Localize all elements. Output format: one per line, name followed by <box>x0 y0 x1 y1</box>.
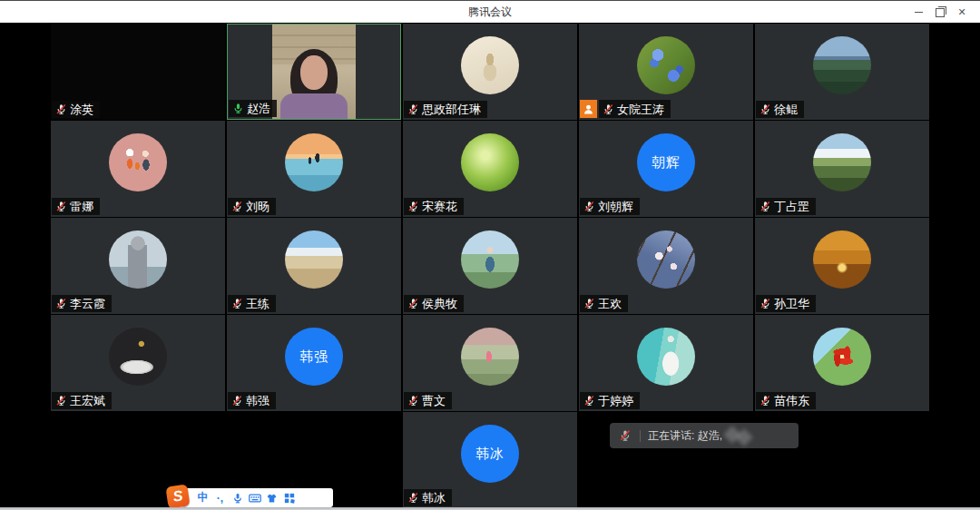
muted-mic-icon <box>619 429 632 442</box>
participant-tile[interactable]: 韩强 韩强 <box>227 315 401 411</box>
minimize-icon <box>915 12 923 13</box>
avatar <box>285 133 343 191</box>
participant-tile[interactable]: 徐鲲 <box>755 24 929 120</box>
avatar <box>637 230 695 289</box>
toolbox-icon[interactable] <box>280 488 298 507</box>
participant-label-row: 徐鲲 <box>756 101 804 118</box>
participant-label-row: 于婷婷 <box>580 392 640 409</box>
participant-name: 女院王涛 <box>617 103 664 116</box>
participant-name: 刘旸 <box>246 200 270 213</box>
skin-icon[interactable] <box>263 488 280 507</box>
participant-tile[interactable]: 赵浩 <box>227 24 401 120</box>
participant-label-row: 韩强 <box>228 392 276 409</box>
muted-mic-icon <box>407 298 419 309</box>
avatar <box>813 133 871 191</box>
participant-name: 宋赛花 <box>422 200 457 213</box>
restore-icon <box>936 8 945 17</box>
participant-tile[interactable]: 王宏斌 <box>51 315 225 411</box>
participant-tile[interactable]: 侯典牧 <box>403 218 577 314</box>
participant-label-row: 涂英 <box>52 101 100 118</box>
participant-tile[interactable]: 曹文 <box>403 315 577 411</box>
avatar: 韩冰 <box>461 425 519 483</box>
participant-name: 韩强 <box>246 394 270 407</box>
participant-tile[interactable]: 朝辉 刘朝辉 <box>579 121 753 217</box>
participant-tile[interactable]: 丁占罡 <box>755 121 929 217</box>
chinese-mode-icon[interactable]: 中 <box>194 488 211 507</box>
muted-mic-icon <box>231 395 243 407</box>
avatar: 朝辉 <box>637 133 695 191</box>
participant-tile[interactable]: 于婷婷 <box>579 315 753 411</box>
muted-mic-icon <box>583 395 595 407</box>
participant-tile[interactable]: 思政部任琳 <box>403 24 577 120</box>
muted-mic-icon <box>760 395 771 407</box>
restore-button[interactable] <box>929 1 951 23</box>
mic-on-icon <box>232 103 244 114</box>
window-controls: ✕ <box>907 1 973 23</box>
punctuation-icon[interactable]: ·, <box>211 488 229 507</box>
name-label: 涂英 <box>52 101 100 118</box>
muted-mic-icon <box>55 395 67 407</box>
participant-label-row: 丁占罡 <box>756 198 816 215</box>
participant-tile[interactable]: 韩冰 韩冰 <box>403 412 577 508</box>
name-label: 于婷婷 <box>580 392 640 409</box>
participant-label-row: 韩冰 <box>404 489 452 506</box>
participant-label-row: 刘旸 <box>228 198 276 215</box>
participant-name: 涂英 <box>70 103 93 116</box>
muted-mic-icon <box>407 395 419 407</box>
participant-name: 孙卫华 <box>774 297 809 310</box>
participant-name: 思政部任琳 <box>422 103 481 116</box>
muted-mic-icon <box>583 201 595 212</box>
avatar <box>461 36 519 94</box>
participant-label-row: 刘朝辉 <box>580 198 640 215</box>
participant-tile[interactable]: 刘旸 <box>227 121 401 217</box>
participant-tile[interactable]: 宋赛花 <box>403 121 577 217</box>
participant-name: 曹文 <box>422 394 446 407</box>
name-label: 思政部任琳 <box>404 101 487 118</box>
name-label: 徐鲲 <box>756 101 804 118</box>
name-label: 孙卫华 <box>756 295 816 312</box>
participant-name: 丁占罡 <box>774 200 809 213</box>
participant-label-row: 女院王涛 <box>580 100 671 118</box>
person-body <box>280 93 348 119</box>
muted-mic-icon <box>583 298 595 309</box>
participant-tile[interactable]: 李云霞 <box>51 218 225 314</box>
avatar <box>109 230 167 289</box>
avatar <box>461 230 519 289</box>
muted-mic-icon <box>55 103 67 115</box>
close-button[interactable]: ✕ <box>951 1 973 23</box>
sogou-logo-icon[interactable]: S <box>165 484 190 508</box>
muted-mic-icon <box>760 298 771 309</box>
name-label: 刘旸 <box>228 198 276 215</box>
participant-tile[interactable]: 雷娜 <box>51 121 225 217</box>
participant-name: 李云霞 <box>70 297 105 310</box>
avatar <box>637 36 695 94</box>
name-label: 韩冰 <box>404 489 452 506</box>
participant-tile[interactable]: 孙卫华 <box>755 218 929 314</box>
avatar <box>461 133 519 191</box>
participant-name: 韩冰 <box>422 491 446 505</box>
avatar <box>813 328 871 386</box>
avatar <box>637 328 695 386</box>
participant-label-row: 王宏斌 <box>52 392 112 409</box>
participant-label-row: 侯典牧 <box>404 295 464 312</box>
soft-keyboard-icon[interactable] <box>246 488 263 507</box>
participant-tile[interactable]: 女院王涛 <box>579 24 753 120</box>
voice-input-icon[interactable] <box>229 488 246 507</box>
participant-tile[interactable]: 王练 <box>227 218 401 314</box>
close-icon: ✕ <box>957 6 965 18</box>
participant-tile[interactable]: 涂英 <box>51 24 225 120</box>
host-badge-icon <box>580 100 597 118</box>
participant-label-row: 李云霞 <box>52 295 112 312</box>
participant-name: 侯典牧 <box>422 297 457 310</box>
participant-name: 于婷婷 <box>598 394 633 407</box>
participant-name: 王宏斌 <box>70 394 105 407</box>
name-label: 赵浩 <box>229 100 277 117</box>
participant-tile[interactable]: 苗伟东 <box>755 315 929 411</box>
participant-label-row: 赵浩 <box>229 100 277 117</box>
muted-mic-icon <box>407 103 419 115</box>
participant-tile[interactable]: 王欢 <box>579 218 753 314</box>
muted-mic-icon <box>55 201 67 212</box>
minimize-button[interactable] <box>907 1 929 23</box>
avatar <box>813 230 871 289</box>
avatar <box>109 133 167 191</box>
